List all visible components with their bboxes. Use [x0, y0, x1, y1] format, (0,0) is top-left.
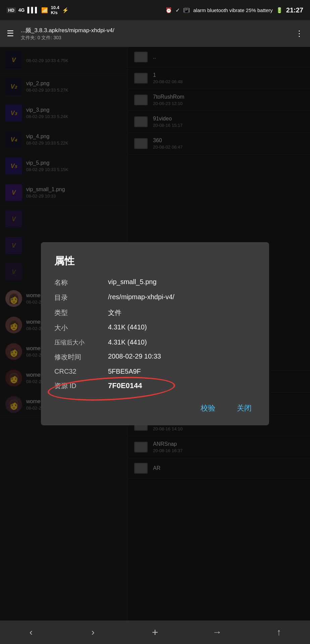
dialog-title: 属性 [54, 254, 256, 268]
battery-percent: alarm bluetooth vibrate 25% battery [193, 7, 273, 13]
status-bar: HD 4G ▌▌▌ 📶 10.4K/s ⚡ ⏰ ✓ 📳 alarm blueto… [0, 0, 310, 20]
status-right-icons: ⏰ ✓ 📳 alarm bluetooth vibrate 25% batter… [165, 6, 303, 14]
dialog-row-size: 大小 4.31K (4410) [54, 323, 256, 332]
signal-bars: ▌▌▌ [27, 7, 39, 13]
close-button[interactable]: 关闭 [233, 400, 256, 416]
label-crc: CRC32 [54, 368, 108, 375]
value-type: 文件 [108, 308, 256, 317]
value-compressed: 4.31K (4410) [108, 338, 256, 346]
value-resource-id: 7F0E0144 [108, 381, 256, 390]
dialog-row-type: 类型 文件 [54, 308, 256, 317]
speed-text: 10.4K/s [51, 5, 59, 15]
app-bar: ☰ ...频_3.8.3.apk/res/mipmap-xhdpi-v4/ 文件… [0, 20, 310, 47]
add-button[interactable]: + [145, 624, 165, 641]
wifi-icon: 📶 [41, 7, 48, 13]
more-options-icon[interactable]: ⋮ [295, 29, 303, 38]
value-dir: /res/mipmap-xhdpi-v4/ [108, 293, 256, 301]
label-modified: 修改时间 [54, 353, 108, 362]
file-count-subtitle: 文件夹: 0 文件: 303 [21, 35, 289, 41]
value-modified: 2008-02-29 10:33 [108, 353, 256, 360]
dialog-row-name: 名称 vip_small_5.png [54, 278, 256, 287]
current-path: ...频_3.8.3.apk/res/mipmap-xhdpi-v4/ [21, 26, 289, 34]
forward-button[interactable]: › [83, 624, 103, 641]
bottom-navigation: ‹ › + → ↑ [0, 621, 310, 644]
clock: 21:27 [286, 6, 303, 14]
app-bar-title-area: ...频_3.8.3.apk/res/mipmap-xhdpi-v4/ 文件夹:… [21, 26, 289, 41]
hd-badge: HD [7, 7, 16, 13]
label-dir: 目录 [54, 293, 108, 302]
up-button[interactable]: ↑ [269, 624, 289, 641]
dialog-row-dir: 目录 /res/mipmap-xhdpi-v4/ [54, 293, 256, 302]
label-resource-id: 资源 ID [54, 381, 108, 390]
vibrate-icon: 📳 [183, 7, 190, 13]
label-type: 类型 [54, 308, 108, 317]
hamburger-menu-icon[interactable]: ☰ [7, 29, 14, 38]
dialog-row-compressed: 压缩后大小 4.31K (4410) [54, 338, 256, 346]
value-size: 4.31K (4410) [108, 323, 256, 331]
dialog-row-resource-id: 资源 ID 7F0E0144 [54, 381, 256, 390]
dialog-row-crc: CRC32 5FBE5A9F [54, 368, 256, 375]
main-content: V 08-02-29 10:33 4.75K V₂ vip_2.png 08-0… [0, 47, 310, 621]
value-crc: 5FBE5A9F [108, 368, 256, 375]
flash-icon: ⚡ [62, 7, 69, 13]
value-name: vip_small_5.png [108, 278, 256, 286]
label-size: 大小 [54, 323, 108, 332]
bluetooth-icon: ✓ [175, 7, 180, 13]
verify-button[interactable]: 校验 [197, 400, 219, 416]
alarm-icon: ⏰ [165, 7, 172, 13]
battery-icon: 🔋 [276, 7, 283, 13]
back-button[interactable]: ‹ [21, 624, 41, 641]
status-left-icons: HD 4G ▌▌▌ 📶 10.4K/s ⚡ [7, 5, 69, 15]
signal-4g: 4G [18, 7, 25, 13]
dialog-row-modified: 修改时间 2008-02-29 10:33 [54, 353, 256, 362]
label-compressed: 压缩后大小 [54, 338, 108, 346]
label-name: 名称 [54, 278, 108, 287]
move-button[interactable]: → [207, 624, 227, 641]
dialog-actions: 校验 关闭 [54, 400, 256, 416]
dialog-overlay: 属性 名称 vip_small_5.png 目录 /res/mipmap-xhd… [0, 47, 310, 621]
properties-dialog: 属性 名称 vip_small_5.png 目录 /res/mipmap-xhd… [41, 242, 269, 425]
